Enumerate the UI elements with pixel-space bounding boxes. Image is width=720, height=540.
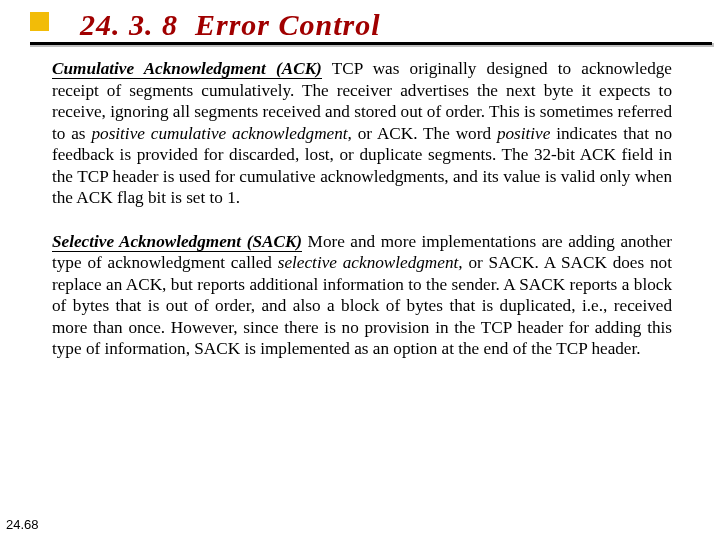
para2-lead: Selective Acknowledgment (SACK) (52, 232, 302, 252)
para2-em1: selective acknowledgment, (278, 253, 463, 272)
page-number: 24.68 (6, 517, 39, 532)
heading-area: 24. 3. 8 Error Control (0, 0, 720, 42)
paragraph-sack: Selective Acknowledgment (SACK) More and… (52, 231, 672, 360)
heading-number: 24. 3. 8 (80, 8, 178, 41)
horizontal-rule-icon (30, 42, 712, 45)
para1-em1: positive cumulative acknowledgment, (91, 124, 351, 143)
para1-lead: Cumulative Acknowledgment (ACK) (52, 59, 322, 79)
para1-t2: or ACK. The word (352, 124, 497, 143)
heading-title: Error Control (195, 8, 381, 41)
body-text: Cumulative Acknowledgment (ACK) TCP was … (52, 58, 672, 382)
para1-em2: positive (497, 124, 550, 143)
slide-heading: 24. 3. 8 Error Control (80, 8, 720, 42)
paragraph-ack: Cumulative Acknowledgment (ACK) TCP was … (52, 58, 672, 209)
accent-square-icon (30, 12, 49, 31)
